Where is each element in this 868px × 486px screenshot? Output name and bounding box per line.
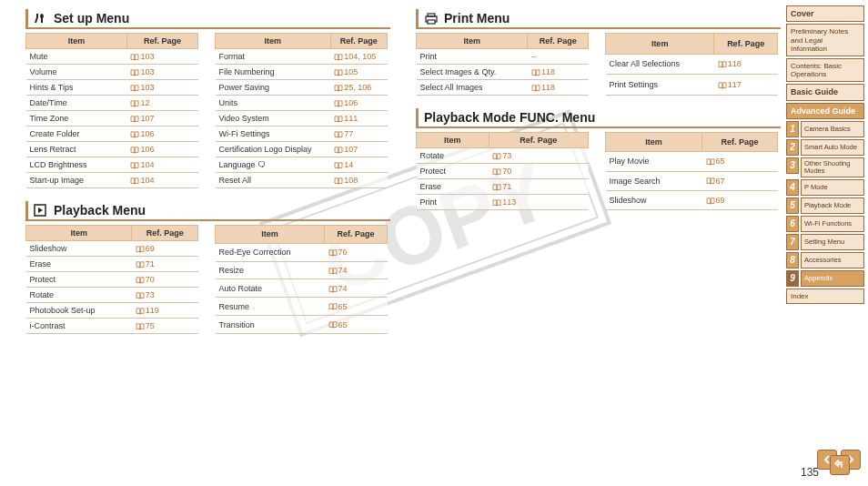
cell-item[interactable]: Slideshow <box>606 190 702 209</box>
cell-ref[interactable]: 65 <box>325 298 388 316</box>
cell-item[interactable]: Erase <box>417 179 490 195</box>
cell-item[interactable]: Print <box>417 195 490 210</box>
cell-item[interactable]: Rotate <box>26 288 132 303</box>
cell-ref[interactable]: 108 <box>330 173 387 188</box>
cell-ref[interactable]: – <box>528 49 589 65</box>
cell-ref[interactable]: 65 <box>325 316 388 334</box>
cell-item[interactable]: Resize <box>216 261 325 279</box>
cell-ref[interactable]: 118 <box>528 65 589 80</box>
cell-ref[interactable]: 106 <box>126 142 197 157</box>
cell-ref[interactable]: 76 <box>325 243 388 261</box>
cell-ref[interactable]: 14 <box>330 157 387 173</box>
cell-item[interactable]: Protect <box>26 272 132 288</box>
sidebar-contents[interactable]: Contents: Basic Operations <box>786 58 864 82</box>
cell-ref[interactable]: 111 <box>330 111 387 127</box>
cell-item[interactable]: Print Settings <box>606 75 714 96</box>
cell-item[interactable]: Image Search <box>606 171 702 190</box>
cell-ref[interactable]: 74 <box>325 279 388 298</box>
cell-ref[interactable]: 75 <box>132 319 198 334</box>
cell-ref[interactable]: 69 <box>702 190 778 209</box>
cell-item[interactable]: Play Movie <box>606 152 702 171</box>
cell-item[interactable]: Format <box>216 49 331 65</box>
cell-ref[interactable]: 118 <box>714 54 778 75</box>
cell-item[interactable]: Select All Images <box>417 80 528 96</box>
cell-ref[interactable]: 67 <box>702 171 778 190</box>
cell-item[interactable]: Photobook Set-up <box>26 303 132 319</box>
cell-item[interactable]: Resume <box>216 298 325 316</box>
sidebar-chapter[interactable]: 6Wi-Fi Functions <box>786 216 864 232</box>
sidebar-advanced-guide[interactable]: Advanced Guide <box>786 103 864 119</box>
chapter-number: 1 <box>786 121 799 137</box>
cell-ref[interactable]: 104 <box>126 173 197 188</box>
cell-ref[interactable]: 107 <box>126 111 197 127</box>
cell-item[interactable]: Clear All Selections <box>606 54 714 75</box>
cell-item[interactable]: Certification Logo Display <box>216 142 331 157</box>
cell-item[interactable]: Create Folder <box>26 127 127 142</box>
cell-item[interactable]: Protect <box>417 164 490 179</box>
cell-item[interactable]: Transition <box>216 316 325 334</box>
cell-item[interactable]: Print <box>417 49 528 65</box>
cell-ref[interactable]: 71 <box>489 179 588 195</box>
cell-ref[interactable]: 12 <box>126 96 197 111</box>
sidebar-chapter[interactable]: 8Accessories <box>786 252 864 268</box>
cell-ref[interactable]: 119 <box>132 303 198 319</box>
sidebar-chapter[interactable]: 1Camera Basics <box>786 121 864 137</box>
cell-ref[interactable]: 65 <box>702 152 778 171</box>
cell-item[interactable]: i-Contrast <box>26 319 132 334</box>
cell-ref[interactable]: 117 <box>714 75 778 96</box>
th-ref: Ref. Page <box>528 34 589 49</box>
sidebar-basic-guide[interactable]: Basic Guide <box>786 84 864 100</box>
cell-item[interactable]: Wi-Fi Settings <box>216 127 331 142</box>
sidebar-index[interactable]: Index <box>786 289 864 304</box>
cell-item[interactable]: Rotate <box>417 148 490 164</box>
cell-ref[interactable]: 103 <box>126 49 197 65</box>
return-button[interactable] <box>830 455 850 475</box>
cell-ref[interactable]: 103 <box>126 80 197 96</box>
cell-ref[interactable]: 70 <box>132 272 198 288</box>
cell-ref[interactable]: 25, 106 <box>330 80 387 96</box>
cell-ref[interactable]: 106 <box>330 96 387 111</box>
cell-item[interactable]: Power Saving <box>216 80 331 96</box>
cell-ref[interactable]: 104, 105 <box>330 49 387 65</box>
cell-item[interactable]: Auto Rotate <box>216 279 325 298</box>
cell-item[interactable]: Language 🗨 <box>216 157 331 173</box>
sidebar-chapter[interactable]: 9Appendix <box>786 270 864 287</box>
cell-item[interactable]: Date/Time <box>26 96 127 111</box>
cell-item[interactable]: Start-up Image <box>26 173 127 188</box>
cell-ref[interactable]: 73 <box>132 288 198 303</box>
cell-ref[interactable]: 105 <box>330 65 387 80</box>
cell-item[interactable]: Erase <box>26 257 132 272</box>
cell-ref[interactable]: 69 <box>132 241 198 257</box>
cell-item[interactable]: Video System <box>216 111 331 127</box>
cell-item[interactable]: Volume <box>26 65 127 80</box>
cell-ref[interactable]: 106 <box>126 127 197 142</box>
cell-ref[interactable]: 74 <box>325 261 388 279</box>
cell-ref[interactable]: 113 <box>489 195 588 210</box>
cell-ref[interactable]: 103 <box>126 65 197 80</box>
cell-item[interactable]: LCD Brightness <box>26 157 127 173</box>
cell-item[interactable]: Lens Retract <box>26 142 127 157</box>
cell-item[interactable]: Select Images & Qty. <box>417 65 528 80</box>
cell-item[interactable]: Hints & Tips <box>26 80 127 96</box>
cell-item[interactable]: File Numbering <box>216 65 331 80</box>
sidebar-chapter[interactable]: 7Setting Menu <box>786 234 864 250</box>
sidebar-chapter[interactable]: 3Other Shooting Modes <box>786 157 864 177</box>
cell-item[interactable]: Mute <box>26 49 127 65</box>
cell-item[interactable]: Reset All <box>216 173 331 188</box>
cell-ref[interactable]: 118 <box>528 80 589 96</box>
cell-item[interactable]: Slideshow <box>26 241 132 257</box>
sidebar-chapter[interactable]: 2Smart Auto Mode <box>786 139 864 156</box>
sidebar-cover[interactable]: Cover <box>786 5 864 22</box>
cell-item[interactable]: Time Zone <box>26 111 127 127</box>
cell-ref[interactable]: 70 <box>489 164 588 179</box>
cell-ref[interactable]: 73 <box>489 148 588 164</box>
cell-ref[interactable]: 71 <box>132 257 198 272</box>
cell-item[interactable]: Units <box>216 96 331 111</box>
cell-ref[interactable]: 107 <box>330 142 387 157</box>
cell-item[interactable]: Red-Eye Correction <box>216 243 325 261</box>
sidebar-chapter[interactable]: 5Playback Mode <box>786 197 864 214</box>
sidebar-chapter[interactable]: 4P Mode <box>786 179 864 196</box>
cell-ref[interactable]: 104 <box>126 157 197 173</box>
cell-ref[interactable]: 77 <box>330 127 387 142</box>
sidebar-prelim[interactable]: Preliminary Notes and Legal Information <box>786 24 864 56</box>
